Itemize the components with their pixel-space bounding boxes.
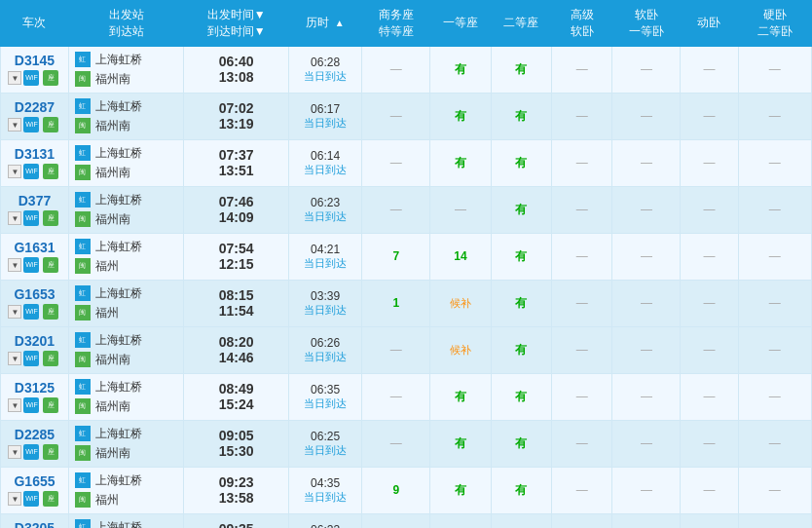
second-ticket-cell: 有	[491, 513, 551, 528]
movesleep-ticket-cell: —	[681, 326, 738, 373]
train-number[interactable]: D2287	[15, 99, 55, 115]
biz-ticket-cell: —	[362, 186, 430, 233]
expand-btn[interactable]: ▼	[8, 258, 21, 272]
depart-time: 06:40	[219, 54, 254, 69]
train-id-cell: D377 ▼ WiF 座	[1, 186, 69, 233]
train-number[interactable]: D3125	[15, 380, 55, 396]
wifi-icon: WiF	[23, 257, 39, 273]
from-icon: 虹	[75, 52, 91, 67]
highsoft-ticket-cell: —	[552, 93, 612, 139]
train-number[interactable]: D2285	[15, 427, 55, 442]
ticket-dash: —	[576, 296, 588, 310]
ticket-dash: —	[641, 203, 652, 216]
col-header-hardsleep: 硬卧二等卧	[738, 1, 811, 47]
train-number[interactable]: G1655	[14, 473, 55, 489]
biz-ticket-cell: —	[362, 326, 430, 373]
to-icon: 闽	[75, 305, 91, 321]
col-header-duration[interactable]: 历时 ▲	[288, 1, 361, 47]
expand-btn[interactable]: ▼	[8, 211, 21, 225]
times-cell: 09:35 15:58	[184, 513, 289, 528]
ticket-available: 有	[515, 203, 527, 216]
times-cell: 08:20 14:46	[184, 326, 289, 373]
ticket-dash: —	[769, 483, 781, 497]
first-ticket-cell: 有	[430, 513, 491, 528]
biz-ticket-cell: 7	[362, 233, 430, 280]
wifi-icon: WiF	[23, 164, 39, 179]
softsleep-ticket-cell: —	[612, 280, 681, 326]
from-icon: 虹	[75, 379, 91, 395]
duration-time: 06:23	[311, 523, 340, 528]
ticket-complement: 候补	[450, 297, 471, 309]
ticket-dash: —	[769, 436, 781, 450]
ticket-available: 有	[515, 483, 527, 497]
train-number[interactable]: D3145	[15, 53, 55, 68]
col-header-times[interactable]: 出发时间▼到达时间▼	[184, 1, 289, 47]
to-station: 福州南	[95, 165, 130, 181]
ticket-dash: —	[576, 483, 588, 497]
times-cell: 06:40 13:08	[184, 46, 289, 93]
today-label: 当日到达	[304, 164, 347, 175]
col-header-train: 车次	[1, 1, 69, 47]
expand-btn[interactable]: ▼	[8, 305, 21, 319]
train-number[interactable]: G1653	[14, 286, 55, 302]
station-cell: 虹 上海虹桥 闽 福州南	[68, 186, 183, 233]
expand-btn[interactable]: ▼	[8, 492, 21, 506]
to-icon: 闽	[75, 445, 91, 461]
from-station: 上海虹桥	[95, 52, 142, 68]
arrive-time: 14:09	[219, 209, 254, 225]
to-station: 福州	[95, 492, 119, 509]
from-icon: 虹	[75, 285, 91, 301]
from-station: 上海虹桥	[95, 426, 142, 442]
ticket-dash: —	[455, 203, 466, 216]
expand-btn[interactable]: ▼	[8, 71, 21, 85]
expand-btn[interactable]: ▼	[8, 445, 21, 459]
expand-btn[interactable]: ▼	[8, 118, 21, 132]
first-ticket-cell: 有	[430, 139, 491, 186]
train-number[interactable]: G1631	[14, 240, 55, 255]
train-number[interactable]: D3201	[15, 333, 55, 349]
softsleep-ticket-cell: —	[612, 93, 681, 139]
train-number[interactable]: D3205	[15, 520, 55, 528]
train-number[interactable]: D3131	[15, 146, 55, 162]
first-ticket-cell: 候补	[430, 280, 491, 326]
train-number[interactable]: D377	[18, 193, 51, 208]
seat-icon: 座	[43, 70, 58, 86]
ticket-dash: —	[641, 436, 652, 450]
ticket-dash: —	[576, 109, 588, 123]
to-station: 福州南	[95, 445, 130, 462]
expand-btn[interactable]: ▼	[8, 165, 21, 178]
ticket-dash: —	[703, 109, 715, 123]
col-header-softsleep: 软卧一等卧	[612, 1, 681, 47]
expand-btn[interactable]: ▼	[8, 352, 21, 365]
to-station: 福州	[95, 258, 119, 275]
biz-ticket-cell: —	[362, 420, 430, 467]
depart-time: 09:35	[219, 521, 254, 528]
from-icon: 虹	[75, 426, 91, 441]
biz-ticket-cell: —	[362, 46, 430, 93]
arrive-time: 14:46	[219, 350, 254, 365]
biz-ticket-cell: —	[362, 373, 430, 420]
arrive-time: 15:30	[219, 443, 254, 459]
from-station: 上海虹桥	[95, 379, 142, 396]
first-ticket-cell: 有	[430, 373, 491, 420]
station-cell: 虹 上海虹桥 闽 福州南	[68, 373, 183, 420]
ticket-dash: —	[390, 436, 402, 450]
softsleep-ticket-cell: —	[612, 139, 681, 186]
station-cell: 虹 上海虹桥 闽 福州南	[68, 513, 183, 528]
ticket-dash: —	[641, 62, 652, 76]
hardsleep-ticket-cell: —	[738, 233, 811, 280]
first-ticket-cell: 候补	[430, 326, 491, 373]
to-icon: 闽	[75, 258, 91, 274]
second-ticket-cell: 有	[491, 139, 551, 186]
second-ticket-cell: 有	[491, 93, 551, 139]
hardsleep-ticket-cell: —	[738, 280, 811, 326]
duration-cell: 06:26 当日到达	[288, 326, 361, 373]
hardsleep-ticket-cell: —	[738, 326, 811, 373]
ticket-available: 有	[515, 296, 527, 310]
times-cell: 09:23 13:58	[184, 467, 289, 513]
ticket-dash: —	[641, 296, 652, 310]
ticket-count: 1	[392, 296, 399, 310]
from-station: 上海虹桥	[95, 519, 142, 528]
expand-btn[interactable]: ▼	[8, 398, 21, 412]
ticket-dash: —	[703, 390, 715, 403]
